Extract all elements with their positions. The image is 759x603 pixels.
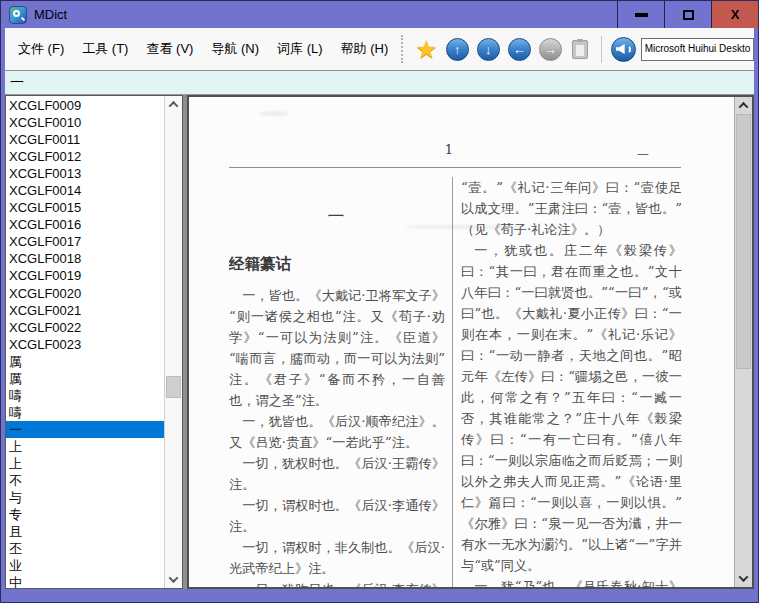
chevron-up-icon xyxy=(169,101,179,111)
page-corner-label: 一 xyxy=(637,147,649,164)
headword-list-item[interactable]: XCGLF0014 xyxy=(6,182,164,199)
window-controls: X xyxy=(617,1,758,28)
entry-paragraph: 一，犹或也。庄二年《榖梁传》曰：“其一曰，君在而重之也。”文十八年曰：“一曰就贤… xyxy=(461,240,682,576)
headword-list-item[interactable]: 一 xyxy=(6,421,164,438)
pronounce-button[interactable] xyxy=(611,37,636,62)
chevron-up-icon xyxy=(739,102,749,112)
headword-list-item[interactable]: 业 xyxy=(6,557,164,574)
paste-icon-disabled xyxy=(572,40,588,59)
maximize-button[interactable] xyxy=(664,1,711,28)
list-scroll-up-button[interactable] xyxy=(165,96,182,113)
scroll-up-button[interactable]: ↑ xyxy=(446,38,469,61)
page-header-rule xyxy=(229,167,681,168)
headword-list-item[interactable]: XCGLF0015 xyxy=(6,199,164,216)
magnifier-icon xyxy=(13,10,20,17)
headword-list-item[interactable]: 上 xyxy=(6,438,164,455)
headword-list-item[interactable]: 厲 xyxy=(6,353,164,370)
menu-bar: 文件 (F)工具 (T)查看 (V)导航 (N)词库 (L)帮助 (H) xyxy=(9,40,397,58)
headword-list-item[interactable]: XCGLF0009 xyxy=(6,97,164,114)
headword-list-item[interactable]: 且 xyxy=(6,523,164,540)
right-column: “壹。”《礼记·三年问》曰：“壹使足以成文理。”王肃注曰：“壹，皆也。”（见《荀… xyxy=(461,177,682,587)
entry-paragraph: 一，犹“乃”也。《吕氏春秋·知士》篇曰：“静郭君之于寡人一至此乎？”高注曰：“一… xyxy=(461,576,682,587)
scan-artifact xyxy=(259,111,289,116)
list-scrollbar-thumb[interactable] xyxy=(166,376,181,398)
menu-item[interactable]: 文件 (F) xyxy=(9,40,73,58)
tts-voice-combobox[interactable]: Microsoft Huihui Deskto xyxy=(641,38,754,61)
page-scrollbar[interactable] xyxy=(734,97,752,587)
headword-list-item[interactable]: XCGLF0019 xyxy=(6,267,164,284)
headword-list-item[interactable]: XCGLF0023 xyxy=(6,336,164,353)
headword-list-item[interactable]: 上 xyxy=(6,455,164,472)
entry-paragraph: 一，皆也。《大戴记·卫将军文子》“则一诸侯之相也”注。又《荀子·劝学》“一可以为… xyxy=(229,285,445,411)
page-scroll-up-button[interactable] xyxy=(735,97,752,114)
headword-list-item[interactable]: XCGLF0011 xyxy=(6,131,164,148)
headword-list-item[interactable]: 专 xyxy=(6,506,164,523)
toolbar-grip[interactable] xyxy=(401,35,404,63)
list-scroll-down-button[interactable] xyxy=(165,571,182,588)
forward-button-disabled: → xyxy=(539,38,562,61)
client-area: XCGLF0009XCGLF0010XCGLF0011XCGLF0012XCGL… xyxy=(5,95,754,589)
chevron-down-icon xyxy=(739,572,749,582)
page-scrollbar-thumb[interactable] xyxy=(736,114,751,369)
headword-list-item[interactable]: XCGLF0018 xyxy=(6,250,164,267)
app-icon xyxy=(9,6,27,24)
close-icon: X xyxy=(731,7,740,22)
toolbar-separator xyxy=(601,36,602,63)
headword-list-item[interactable]: 中 xyxy=(6,574,164,588)
headword-list-item[interactable]: 与 xyxy=(6,489,164,506)
entry-paragraph: 一切，谓权时也。《后汉·李通传》注。 xyxy=(229,495,445,537)
entry-paragraph: “壹。”《礼记·三年问》曰：“壹使足以成文理。”王肃注曰：“壹，皆也。”（见《荀… xyxy=(461,177,682,240)
titlebar: MDict X xyxy=(1,1,758,28)
menu-item[interactable]: 导航 (N) xyxy=(202,40,268,58)
headword-list-item[interactable]: 嚋 xyxy=(6,387,164,404)
headword-list-item[interactable]: 丕 xyxy=(6,540,164,557)
maximize-icon xyxy=(683,10,694,20)
entry-paragraph: 一日，犹昨日也。《后汉·李充传》注。 xyxy=(229,579,445,587)
favorites-star-button[interactable]: ★ xyxy=(415,37,437,62)
entry-paragraph: 一切，犹权时也。《后汉·王霸传》注。 xyxy=(229,453,445,495)
menu-item[interactable]: 帮助 (H) xyxy=(332,40,398,58)
entry-headword: 一 xyxy=(229,205,445,228)
list-scrollbar[interactable] xyxy=(164,96,182,588)
headword-list-item[interactable]: XCGLF0020 xyxy=(6,285,164,302)
headword-list-item[interactable]: XCGLF0021 xyxy=(6,302,164,319)
headword-list-item[interactable]: XCGLF0013 xyxy=(6,165,164,182)
headword-list-item[interactable]: XCGLF0017 xyxy=(6,233,164,250)
close-button[interactable]: X xyxy=(711,1,758,28)
menu-toolbar-row: 文件 (F)工具 (T)查看 (V)导航 (N)词库 (L)帮助 (H) ★ ↑… xyxy=(5,28,754,70)
headword-list-item[interactable]: 不 xyxy=(6,472,164,489)
headword-list-item[interactable]: 嚋 xyxy=(6,404,164,421)
magnifier-handle xyxy=(21,16,25,20)
left-column: 一 经籍纂诂 一，皆也。《大戴记·卫将军文子》“则一诸侯之相也”注。又《荀子·劝… xyxy=(229,175,445,587)
entry-paragraph: 一，犹皆也。《后汉·顺帝纪注》。又《吕览·贵直》“一若此乎”注。 xyxy=(229,411,445,453)
headword-list-item[interactable]: 厲 xyxy=(6,370,164,387)
scanned-page: 1 一 一 经籍纂诂 一，皆也。《大戴记·卫将军文子》“则一诸侯之相也”注。又《… xyxy=(189,97,734,587)
dictionary-title: 经籍纂诂 xyxy=(229,254,445,275)
speaker-wave-icon xyxy=(626,45,631,54)
menu-item[interactable]: 词库 (L) xyxy=(268,40,332,58)
scroll-down-button[interactable]: ↓ xyxy=(477,38,500,61)
speaker-icon xyxy=(616,44,625,54)
headword-list-item[interactable]: XCGLF0010 xyxy=(6,114,164,131)
mdict-window: MDict X 文件 (F)工具 (T)查看 (V)导航 (N)词库 (L)帮助… xyxy=(0,0,759,603)
minimize-button[interactable] xyxy=(617,1,664,28)
headword-list-item[interactable]: XCGLF0022 xyxy=(6,319,164,336)
menu-item[interactable]: 工具 (T) xyxy=(73,40,137,58)
back-button[interactable]: ← xyxy=(508,38,531,61)
chevron-down-icon xyxy=(169,573,179,583)
headword-list-item[interactable]: XCGLF0012 xyxy=(6,148,164,165)
paste-sheet xyxy=(576,45,584,56)
entry-view-panel: 1 一 一 经籍纂诂 一，皆也。《大戴记·卫将军文子》“则一诸侯之相也”注。又《… xyxy=(187,95,754,589)
page-scroll-down-button[interactable] xyxy=(735,570,752,587)
left-column-text: 一，皆也。《大戴记·卫将军文子》“则一诸侯之相也”注。又《荀子·劝学》“一可以为… xyxy=(229,285,445,587)
menu-item[interactable]: 查看 (V) xyxy=(137,40,202,58)
window-title: MDict xyxy=(34,7,67,22)
right-column-text: “壹。”《礼记·三年问》曰：“壹使足以成文理。”王肃注曰：“壹，皆也。”（见《荀… xyxy=(461,177,682,587)
minimize-icon xyxy=(635,13,648,17)
page-number: 1 xyxy=(419,142,479,157)
headword-list-panel: XCGLF0009XCGLF0010XCGLF0011XCGLF0012XCGL… xyxy=(5,95,183,589)
headword-list-item[interactable]: XCGLF0016 xyxy=(6,216,164,233)
column-divider xyxy=(452,177,453,587)
paste-clip xyxy=(577,39,583,42)
lookup-input[interactable]: 一 xyxy=(5,70,754,95)
